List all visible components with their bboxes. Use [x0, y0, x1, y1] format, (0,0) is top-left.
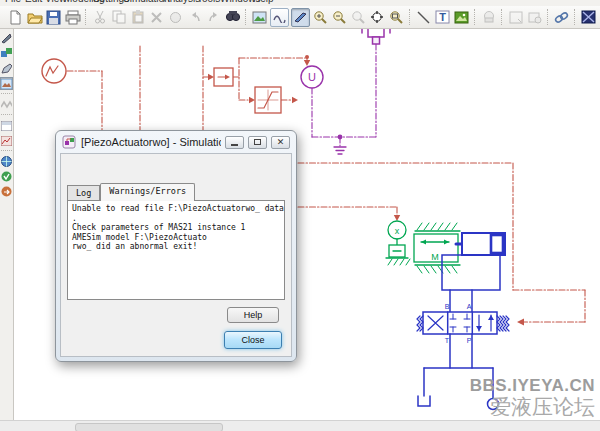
svg-text:P: P [467, 337, 472, 344]
line-tool-icon[interactable] [414, 8, 433, 27]
amesim-window: File Edit View Modeling Settings Simulat… [0, 0, 600, 431]
print-icon[interactable] [63, 8, 82, 27]
log-line: AMESim model F:\PiezoActuato [72, 233, 280, 243]
mode-toggle-a-icon[interactable] [270, 8, 289, 27]
zoom-fit-icon[interactable] [368, 8, 387, 27]
text-tool-icon[interactable]: T [433, 8, 452, 27]
tab-log[interactable]: Log [67, 185, 100, 201]
menu-tools[interactable]: Tools [197, 0, 220, 4]
save-icon[interactable] [44, 8, 63, 27]
insert-image-icon[interactable] [452, 8, 471, 27]
cut-icon[interactable] [90, 8, 109, 27]
tank-symbol[interactable] [418, 396, 430, 406]
mode-toolbar [0, 28, 14, 421]
help-button[interactable]: Help [227, 307, 279, 323]
watermark-line1: BBS.IYEYA.CN [470, 377, 595, 394]
settings-frame-icon[interactable] [525, 8, 544, 27]
zoom-window-icon[interactable] [387, 8, 406, 27]
menu-edit[interactable]: Edit [25, 0, 42, 4]
dialog-title: [PiezoActuatorwo] - Simulation... [81, 136, 221, 148]
undo-icon[interactable] [185, 8, 204, 27]
external-blocked-icon[interactable] [579, 8, 598, 27]
dialog-body: Log Warnings/Errors Unable to read file … [60, 153, 292, 357]
sketch-mode-icon[interactable] [0, 32, 13, 45]
web-globe-icon[interactable] [0, 155, 13, 168]
saturation-block[interactable] [255, 87, 281, 113]
zoom-in-icon[interactable] [311, 8, 330, 27]
link-icon[interactable] [552, 8, 571, 27]
parameter-mode-icon[interactable] [0, 77, 13, 90]
find-icon[interactable] [223, 8, 242, 27]
directional-valve[interactable] [417, 312, 509, 334]
redo-icon[interactable] [204, 8, 223, 27]
wall-top[interactable] [415, 223, 460, 231]
maximize-button[interactable] [248, 136, 267, 149]
zoom-out-icon[interactable] [330, 8, 349, 27]
plot-view-icon[interactable] [0, 134, 13, 147]
menu-analysis[interactable]: Analysis [163, 0, 200, 4]
open-file-icon[interactable] [25, 8, 44, 27]
frame-icon[interactable] [506, 8, 525, 27]
wall-bottom[interactable] [415, 265, 460, 273]
copy-icon[interactable] [109, 8, 128, 27]
dialog-titlebar[interactable]: [PiezoActuatorwo] - Simulation... ✕ [56, 131, 296, 153]
gain-block[interactable] [214, 68, 233, 86]
svg-text:T: T [445, 337, 450, 344]
sensor-label: x [395, 226, 400, 236]
minimize-button[interactable] [225, 136, 244, 149]
watermark: BBS.IYEYA.CN 爱液压论坛 [470, 377, 595, 417]
svg-text:U: U [308, 71, 316, 83]
update-green-icon[interactable] [0, 170, 13, 183]
menu-file[interactable]: File [5, 0, 21, 4]
tab-warnings-errors[interactable]: Warnings/Errors [100, 183, 195, 201]
log-line: Unable to read file F:\PiezoActuatorwo_ … [72, 204, 280, 214]
zoom-previous-icon[interactable] [349, 8, 368, 27]
close-button[interactable]: Close [224, 331, 282, 349]
mode-toggle-b-icon[interactable] [291, 8, 310, 27]
piezo-actuator[interactable] [362, 28, 390, 44]
log-line: . [72, 214, 280, 224]
log-line: rwo_ did an abnormal exit! [72, 242, 280, 252]
svg-text:A: A [467, 303, 472, 310]
component-library-icon[interactable] [0, 47, 13, 60]
log-output[interactable]: Unable to read file F:\PiezoActuatorwo_ … [67, 200, 285, 300]
update-orange-icon[interactable] [0, 185, 13, 198]
mass-label: M [431, 252, 439, 262]
voltage-source[interactable]: U [301, 66, 323, 88]
electrical-ground[interactable] [334, 147, 346, 154]
tab-bar: Log Warnings/Errors [67, 185, 195, 201]
horizontal-scrollbar[interactable] [0, 420, 600, 431]
svg-text:B: B [445, 303, 450, 310]
submodel-mode-icon[interactable] [0, 62, 13, 75]
svg-text:T: T [439, 11, 446, 23]
simulation-dialog: [PiezoActuatorwo] - Simulation... ✕ Log … [55, 130, 297, 362]
delete-icon[interactable] [147, 8, 166, 27]
menu-help[interactable]: Help [253, 0, 274, 4]
watermark-line2: 爱液压论坛 [470, 396, 595, 417]
new-file-icon[interactable] [6, 8, 25, 27]
stamp-icon[interactable] [166, 8, 185, 27]
scrollbar-thumb[interactable] [75, 423, 223, 431]
log-line: Check parameters of MAS21 instance 1 [72, 223, 280, 233]
simulation-run-icon[interactable] [0, 98, 13, 111]
image-mode-icon[interactable] [250, 8, 269, 27]
watch-view-icon[interactable] [0, 119, 13, 132]
electrical-links [312, 44, 376, 146]
signal-source[interactable] [42, 59, 66, 83]
paste-icon[interactable] [128, 8, 147, 27]
main-toolbar: T [0, 6, 600, 29]
hydraulic-cylinder[interactable] [456, 233, 505, 255]
amesim-app-icon [62, 135, 76, 149]
close-window-button[interactable]: ✕ [271, 136, 290, 149]
electrical-node [338, 135, 343, 140]
lock-icon[interactable] [479, 8, 498, 27]
